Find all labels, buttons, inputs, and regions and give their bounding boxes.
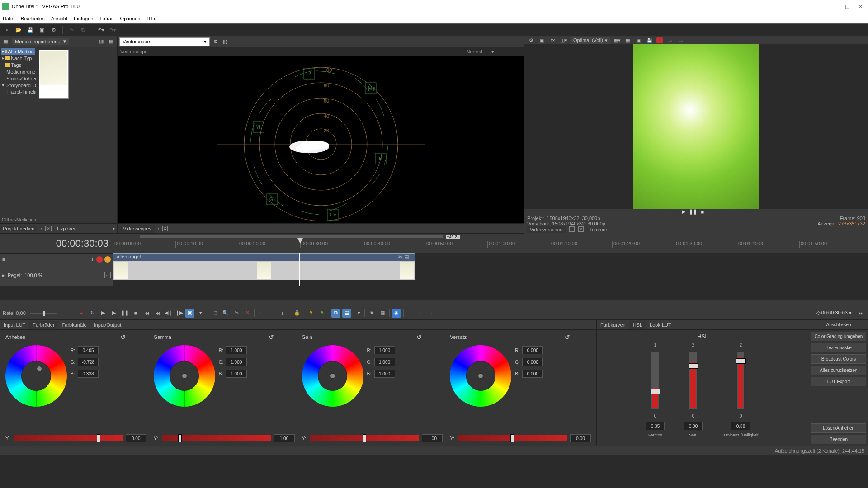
wheel-b-input[interactable] <box>374 370 395 378</box>
pegel-value[interactable]: 100,0 % <box>24 272 42 278</box>
color-wheel[interactable] <box>5 345 67 407</box>
wheel-r-input[interactable] <box>226 346 247 354</box>
save-snap-icon[interactable]: 💾 <box>646 36 654 44</box>
quality-select[interactable]: Optimal (Voll)▾ <box>571 37 610 44</box>
properties-icon[interactable]: ⚙ <box>50 26 58 34</box>
tree-smart-ordner[interactable]: ▸Smart-Ordner <box>1 75 35 82</box>
tree-alle-medien[interactable]: ▸Alle Medien <box>1 48 35 55</box>
wheel-handle[interactable] <box>182 373 187 379</box>
tab-hsl[interactable]: HSL <box>629 321 646 329</box>
render-icon[interactable]: ▣ <box>38 26 46 34</box>
tree-tags[interactable]: ▸Tags <box>1 61 35 68</box>
color-wheel[interactable] <box>302 345 363 407</box>
reset-icon[interactable]: ↺ <box>269 333 274 341</box>
play-icon[interactable]: ▶ <box>682 209 685 215</box>
tree-haupt-timeline[interactable]: Haupt-Timeline <box>1 89 35 95</box>
play-button[interactable]: ▶ <box>109 309 118 318</box>
clip-tools[interactable]: ✂ ▤ ≡ <box>398 254 413 261</box>
y-slider[interactable] <box>310 435 420 441</box>
slider-thumb[interactable] <box>736 358 746 364</box>
zoom-button[interactable]: 🔍 <box>221 309 230 318</box>
grading-action-button[interactable]: Broadcast Colors <box>811 354 866 364</box>
lock-button[interactable]: 🔒 <box>292 309 302 318</box>
cut-button[interactable]: ✂ <box>232 309 241 318</box>
import-media-button[interactable]: Medien importieren... ▾ <box>12 38 69 45</box>
grading-action-button[interactable]: Color Grading umgehen <box>811 332 866 341</box>
hsl-value-input[interactable] <box>684 422 703 430</box>
delete-button[interactable]: ✕ <box>243 309 252 318</box>
marker-out-button[interactable]: ⚑ <box>317 309 326 318</box>
pause-icon[interactable]: ❚❚ <box>689 209 697 215</box>
grading-action-button[interactable]: LUT-Export <box>811 377 866 386</box>
wheel-g-input[interactable] <box>374 358 395 366</box>
pv-opt1-icon[interactable]: ▭ <box>665 36 674 44</box>
media-tree[interactable]: ▸Alle Medien ▸Nach Typ ▸Tags ▸Medienordn… <box>0 47 36 216</box>
y-slider[interactable] <box>458 435 567 441</box>
reset-icon[interactable]: ↺ <box>120 333 126 341</box>
next-frame-button[interactable]: ❙▶ <box>175 309 184 318</box>
tab-dock-icon[interactable]: ▫ <box>156 226 161 231</box>
save-icon[interactable]: 💾 <box>26 26 34 34</box>
grading-action-button[interactable]: Beenden <box>811 435 866 444</box>
wheel-handle[interactable] <box>37 366 42 371</box>
record-button[interactable]: ● <box>77 309 86 318</box>
tree-storyboard[interactable]: ▾Storyboard-Ordner <box>1 82 35 89</box>
tree-nach-typ[interactable]: ▸Nach Typ <box>1 55 35 61</box>
tab-videovorschau[interactable]: Videovorschau <box>527 226 566 233</box>
stop-icon[interactable]: ■ <box>701 209 704 215</box>
tab-dock-icon[interactable]: ▫ <box>569 226 575 232</box>
tab-farbkurven[interactable]: Farbkurven <box>597 321 629 329</box>
normal-edit-button[interactable]: ▣ <box>185 309 194 318</box>
trim-end-button[interactable]: ⊐ <box>268 309 277 318</box>
wheel-y-input[interactable] <box>274 434 295 442</box>
redo-icon[interactable]: ↷▾ <box>108 26 117 34</box>
wheel-g-input[interactable] <box>522 358 543 366</box>
tab-farbraeder[interactable]: Farbräder <box>29 321 58 329</box>
wheel-r-input[interactable] <box>78 346 99 354</box>
minimize-icon[interactable]: — <box>831 4 836 9</box>
timeline-scrollbar[interactable] <box>0 300 868 306</box>
grading-action-button[interactable]: Béziermaske <box>811 343 866 352</box>
slider-thumb[interactable] <box>651 389 660 394</box>
tool-menu-button[interactable]: ▾ <box>196 309 205 318</box>
split-button[interactable]: ⫿ <box>278 309 288 318</box>
tools-icon[interactable]: ▤ <box>107 38 115 46</box>
copy-icon[interactable]: ⧉ <box>79 26 87 34</box>
scope-select[interactable]: Vectorscope▾ <box>119 37 210 46</box>
prev-frame-button[interactable]: ◀❙ <box>164 309 173 318</box>
scope-settings-icon[interactable]: ⚙ <box>212 38 220 46</box>
hsl-value-input[interactable] <box>731 422 750 430</box>
grid-icon[interactable]: ▦▾ <box>613 36 621 44</box>
close-grading-button[interactable]: Abschließen <box>809 320 868 330</box>
color-wheel[interactable] <box>154 345 215 407</box>
trim-start-button[interactable]: ⊏ <box>257 309 266 318</box>
slider-thumb[interactable] <box>363 434 366 442</box>
wheel-b-input[interactable] <box>226 370 247 378</box>
wheel-y-input[interactable] <box>570 434 591 442</box>
wheel-r-input[interactable] <box>522 346 543 354</box>
loop-button[interactable]: ↻ <box>88 309 97 318</box>
wheel-b-input[interactable] <box>522 370 543 378</box>
wheel-r-input[interactable] <box>374 346 395 354</box>
undo-icon[interactable]: ↶▾ <box>97 26 105 34</box>
timeline-ruler[interactable]: +43:21 00:00:00:0000:00:10:0000:00:20:00… <box>113 234 868 253</box>
fx-icon[interactable]: fx <box>549 36 557 44</box>
wheel-g-input[interactable] <box>226 358 247 366</box>
wheel-y-input[interactable] <box>126 434 146 442</box>
tab-close-icon[interactable]: ✕ <box>578 226 584 232</box>
scope-mode[interactable]: Normal <box>467 49 482 54</box>
hsl-value-input[interactable] <box>646 422 665 430</box>
list-icon[interactable]: ≡ <box>708 209 710 215</box>
slider-thumb[interactable] <box>510 434 514 442</box>
marker-in-button[interactable]: ⚑ <box>307 309 316 318</box>
selection-button[interactable]: ⬚ <box>210 309 219 318</box>
go-start-button[interactable]: ⏮ <box>142 309 151 318</box>
y-slider[interactable] <box>14 435 123 441</box>
auto-crossfade-button[interactable]: ⤧ <box>367 309 376 318</box>
close-icon[interactable]: ✕ <box>859 4 863 9</box>
slider-thumb[interactable] <box>689 363 698 369</box>
pv-opt2-icon[interactable]: ▭ <box>676 36 684 44</box>
menu-optionen[interactable]: Optionen <box>120 16 141 21</box>
reset-icon[interactable]: ↺ <box>565 333 570 341</box>
tab-input-lut[interactable]: Input LUT <box>0 321 29 329</box>
